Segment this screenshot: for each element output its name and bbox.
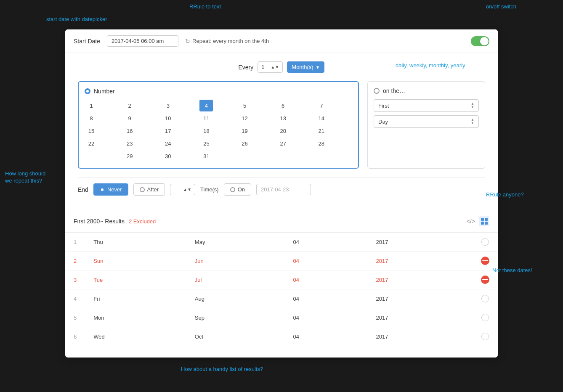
cal-day-19[interactable]: 19: [238, 125, 252, 137]
cal-day-22[interactable]: 22: [85, 138, 98, 149]
cal-day-13[interactable]: 13: [276, 112, 290, 124]
cal-day-5[interactable]: 5: [238, 100, 252, 111]
cal-day-1[interactable]: 1: [85, 100, 98, 111]
header-row: Start Date 2017-04-05 06:00 am ↻ Repeat:…: [65, 29, 498, 53]
table-row: 1ThuMay042017: [65, 233, 498, 252]
day-select[interactable]: Day ▲▼: [374, 115, 479, 128]
cal-day-9[interactable]: 9: [123, 112, 136, 124]
spinner-arrows: ▲▼: [271, 65, 279, 69]
cal-day-11[interactable]: 11: [199, 112, 213, 124]
period-select[interactable]: Month(s) ▼: [287, 61, 324, 73]
after-radio: [140, 187, 145, 192]
end-label: End: [78, 186, 88, 193]
exclude-button[interactable]: [481, 275, 489, 284]
annotation-on-off: on/off switch: [486, 3, 516, 11]
table-row: 3TueJul042017: [65, 270, 498, 289]
cal-day-14[interactable]: 14: [315, 112, 328, 124]
annotation-rrule-text: RRule to text: [189, 3, 221, 11]
repeat-text: ↻ Repeat: every month on the 4th: [185, 38, 464, 45]
row-day: Tue: [85, 270, 186, 289]
cal-day-6[interactable]: 6: [276, 100, 290, 111]
on-date-input[interactable]: 2017-04-23: [256, 184, 311, 195]
cal-day-26[interactable]: 26: [238, 138, 252, 149]
cal-day-2[interactable]: 2: [123, 100, 136, 111]
start-date-label: Start Date: [74, 38, 100, 45]
after-spinner-arrows: ▲▼: [183, 187, 191, 192]
number-spinner[interactable]: 1 ▲▼: [258, 61, 283, 73]
cal-day-25[interactable]: 25: [199, 138, 213, 149]
row-year: 2017: [368, 289, 473, 308]
number-label: Number: [94, 88, 115, 95]
row-month: Sep: [186, 308, 285, 327]
exclude-button[interactable]: [481, 238, 489, 246]
cal-day-12[interactable]: 12: [238, 112, 252, 124]
row-date: 04: [284, 270, 367, 289]
code-view-icon[interactable]: </>: [466, 216, 476, 226]
cal-day-10[interactable]: 10: [161, 112, 175, 124]
cal-day-29[interactable]: 29: [123, 150, 136, 162]
exclude-button[interactable]: [481, 257, 489, 265]
cal-day-16[interactable]: 16: [123, 125, 136, 137]
never-button[interactable]: Never: [93, 183, 128, 196]
row-day: Fri: [85, 289, 186, 308]
cal-day-4[interactable]: 4: [199, 100, 213, 111]
row-year: 2017: [368, 327, 473, 346]
first-select-arrows: ▲▼: [471, 102, 474, 109]
table-view-icon[interactable]: [479, 216, 489, 226]
cal-day-27[interactable]: 27: [276, 138, 290, 149]
cal-day-15[interactable]: 15: [85, 125, 98, 137]
annotation-not-dates: Not these dates!: [492, 267, 532, 274]
row-date: 04: [284, 289, 367, 308]
excluded-badge: 2 Excluded: [129, 218, 156, 225]
cal-day-30[interactable]: 30: [161, 150, 175, 162]
cal-empty: [276, 150, 290, 162]
results-table: 1ThuMay0420172SunJun0420173TueJul0420174…: [65, 233, 498, 346]
toggle-knob: [480, 37, 489, 45]
start-date-input[interactable]: 2017-04-05 06:00 am: [107, 35, 178, 47]
row-month: Oct: [186, 327, 285, 346]
after-spinner[interactable]: ▲▼: [170, 184, 195, 195]
cal-day-8[interactable]: 8: [85, 112, 98, 124]
on-the-label: on the…: [383, 87, 405, 94]
row-month: Jun: [186, 252, 285, 270]
cal-empty: [238, 150, 252, 162]
row-month: May: [186, 233, 285, 252]
cal-day-31[interactable]: 31: [199, 150, 213, 162]
cal-day-3[interactable]: 3: [161, 100, 175, 111]
cal-day-20[interactable]: 20: [276, 125, 290, 137]
cal-day-23[interactable]: 23: [123, 138, 136, 149]
cal-day-24[interactable]: 24: [161, 138, 175, 149]
after-button[interactable]: After: [133, 183, 165, 196]
cal-empty: [315, 150, 328, 162]
annotation-start-date: start date with datepicker: [46, 16, 107, 23]
number-radio[interactable]: [85, 88, 90, 94]
row-date: 04: [284, 233, 367, 252]
row-day: Sun: [85, 252, 186, 270]
annotation-how-long: How long shouldwe repeat this?: [5, 170, 45, 185]
times-label: Time(s): [200, 186, 219, 193]
row-index: 2: [65, 252, 85, 270]
row-month: Aug: [186, 289, 285, 308]
period-arrow: ▼: [316, 65, 320, 70]
calendar-grid: 1234567891011121314151617181920212223242…: [85, 100, 352, 162]
table-row: 2SunJun042017: [65, 252, 498, 270]
row-day: Mon: [85, 308, 186, 327]
results-section: First 2800~ Results 2 Excluded </> 1ThuM…: [65, 210, 498, 346]
cal-day-28[interactable]: 28: [315, 138, 328, 149]
table-row: 6WedOct042017: [65, 327, 498, 346]
options-row: Number 123456789101112131415161718192021…: [78, 81, 485, 169]
cal-day-18[interactable]: 18: [199, 125, 213, 137]
first-select[interactable]: First ▲▼: [374, 99, 479, 112]
toggle-switch[interactable]: [471, 36, 489, 46]
cal-day-7[interactable]: 7: [315, 100, 328, 111]
never-radio: [100, 187, 105, 192]
on-the-radio[interactable]: [374, 88, 380, 94]
on-button[interactable]: On: [224, 183, 251, 196]
exclude-button[interactable]: [481, 332, 489, 341]
cal-day-17[interactable]: 17: [161, 125, 175, 137]
end-row: End Never After ▲▼ Time(s) On 2017-04-23: [78, 177, 485, 201]
exclude-button[interactable]: [481, 313, 489, 322]
cal-day-21[interactable]: 21: [315, 125, 328, 137]
exclude-button[interactable]: [481, 294, 489, 303]
row-index: 6: [65, 327, 85, 346]
